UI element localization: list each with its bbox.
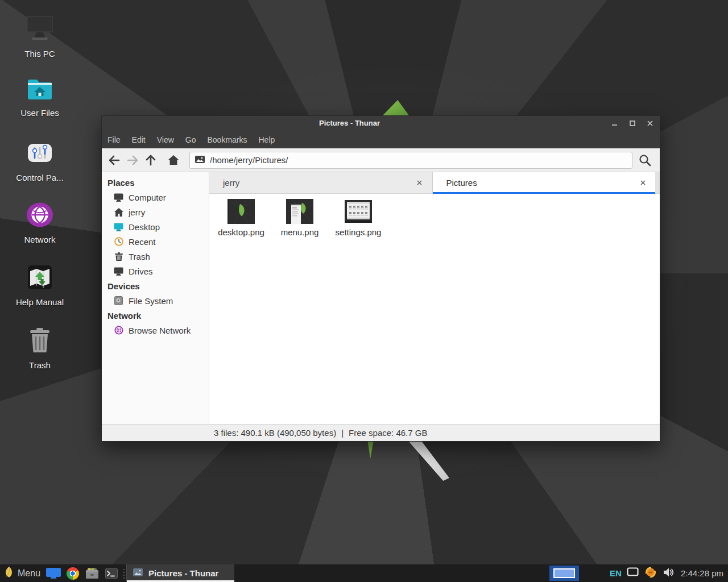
sidebar-item-label: Desktop [129, 222, 160, 232]
file-settings-png[interactable]: settings.png [331, 199, 386, 237]
update-tray-icon[interactable] [644, 566, 657, 581]
sidebar-header-network: Network [102, 308, 209, 323]
home-folder-icon [27, 77, 53, 103]
tab-label: Pictures [446, 178, 477, 188]
thunar-window: Pictures - Thunar File Edit View Go Book… [101, 115, 660, 442]
search-button[interactable] [635, 151, 655, 169]
desktop-teal-icon [114, 223, 123, 231]
file-name: menu.png [281, 227, 319, 237]
desktop-icon-network[interactable]: Network [8, 202, 72, 244]
menu-help[interactable]: Help [253, 131, 281, 148]
workspace-switcher[interactable] [549, 566, 579, 581]
image-thumbnail [228, 199, 255, 224]
tab-close-icon[interactable] [415, 178, 425, 188]
desktop-icon-label: Help Manual [16, 297, 64, 307]
image-window-icon [133, 568, 143, 579]
window-title: Pictures - Thunar [102, 116, 597, 131]
image-thumbnail [286, 199, 313, 224]
tab-label: jerry [223, 178, 239, 188]
sidebar-item-recent[interactable]: Recent [102, 234, 209, 249]
desktop-icon-this-pc[interactable]: This PC [8, 15, 72, 59]
recent-clock-icon [114, 237, 123, 246]
sidebar-item-desktop[interactable]: Desktop [102, 219, 209, 234]
path-bar[interactable]: /home/jerry/Pictures/ [189, 152, 632, 169]
back-button[interactable] [105, 151, 123, 169]
window-body: Places Computer jerry Desktop Recent Tra… [102, 172, 660, 424]
chrome-icon[interactable] [63, 564, 82, 582]
volume-icon[interactable] [663, 567, 674, 580]
file-view[interactable]: desktop.png menu.png settings.png [209, 194, 660, 424]
maximize-button[interactable] [627, 118, 638, 128]
sidebar-item-file-system[interactable]: File System [102, 293, 209, 308]
active-workspace[interactable] [553, 568, 575, 578]
sidebar-item-label: File System [129, 296, 173, 306]
sidebar-item-computer[interactable]: Computer [102, 190, 209, 205]
sidebar-header-devices: Devices [102, 278, 209, 293]
titlebar[interactable]: Pictures - Thunar [102, 116, 660, 131]
display-launcher-icon[interactable] [44, 564, 63, 582]
desktop-icon-user-files[interactable]: User Files [8, 77, 72, 118]
sidebar-item-label: Browse Network [129, 326, 191, 335]
file-name: desktop.png [218, 227, 264, 237]
path-text: /home/jerry/Pictures/ [210, 155, 288, 165]
sidebar: Places Computer jerry Desktop Recent Tra… [102, 172, 209, 424]
desktop-icon-control-panel[interactable]: Control Pa... [8, 140, 72, 182]
hard-drive-icon [114, 296, 123, 305]
menu-edit[interactable]: Edit [126, 131, 151, 148]
desktop-icon-help-manual[interactable]: Help Manual [8, 264, 72, 307]
home-icon [114, 208, 123, 217]
sidebar-item-home[interactable]: jerry [102, 205, 209, 219]
menu-button-label: Menu [18, 568, 40, 579]
sidebar-item-label: Recent [129, 237, 156, 247]
main-pane: jerry Pictures desktop.png menu.png [209, 172, 660, 424]
files-summary: 3 files: 490.1 kB (490,050 bytes) [214, 428, 336, 438]
menu-bookmarks[interactable]: Bookmarks [201, 131, 253, 148]
minimize-button[interactable] [610, 118, 620, 128]
tab-bar: jerry Pictures [209, 172, 660, 194]
file-desktop-png[interactable]: desktop.png [214, 199, 268, 237]
up-button[interactable] [142, 151, 160, 169]
task-button-label: Pictures - Thunar [148, 568, 218, 578]
sidebar-header-places: Places [102, 175, 209, 190]
tab-jerry[interactable]: jerry [209, 172, 433, 193]
trash-icon [28, 327, 52, 356]
menu-go[interactable]: Go [180, 131, 202, 148]
task-button-thunar[interactable]: Pictures - Thunar [126, 564, 234, 582]
sidebar-item-trash[interactable]: Trash [102, 249, 209, 264]
folder-image-icon [195, 155, 205, 165]
network-globe-icon [114, 326, 123, 335]
display-tray-icon[interactable] [627, 567, 639, 579]
network-globe-icon [26, 202, 53, 230]
menu-button[interactable]: Menu [0, 564, 44, 582]
sidebar-item-label: jerry [129, 207, 145, 217]
system-tray: EN [610, 566, 674, 581]
computer-icon [25, 15, 55, 44]
status-bar: 3 files: 490.1 kB (490,050 bytes) | Free… [102, 424, 660, 441]
computer-icon [114, 193, 123, 202]
home-button[interactable] [164, 151, 183, 169]
drives-icon [114, 267, 123, 276]
sidebar-item-drives[interactable]: Drives [102, 264, 209, 278]
trash-icon [114, 252, 123, 261]
file-name: settings.png [336, 227, 382, 237]
window-controls [610, 116, 655, 131]
sidebar-item-label: Trash [129, 252, 150, 261]
desktop-icon-label: Trash [29, 360, 51, 370]
tasklist-handle[interactable] [121, 564, 126, 582]
forward-button[interactable] [123, 151, 142, 169]
menu-file[interactable]: File [102, 131, 126, 148]
file-menu-png[interactable]: menu.png [272, 199, 327, 237]
terminal-icon[interactable] [102, 564, 121, 582]
menu-logo-icon [5, 566, 13, 580]
keyboard-layout-indicator[interactable]: EN [610, 568, 622, 578]
desktop-icon-label: This PC [24, 49, 55, 59]
sidebar-item-browse-network[interactable]: Browse Network [102, 323, 209, 338]
desktop-icon-trash[interactable]: Trash [8, 327, 72, 370]
tab-pictures[interactable]: Pictures [433, 172, 656, 193]
clock[interactable]: 2:44:28 pm [681, 568, 723, 578]
close-button[interactable] [645, 118, 655, 128]
menu-view[interactable]: View [151, 131, 180, 148]
tab-close-icon[interactable] [638, 178, 648, 188]
image-thumbnail [345, 199, 372, 224]
file-cabinet-icon[interactable] [82, 564, 102, 582]
